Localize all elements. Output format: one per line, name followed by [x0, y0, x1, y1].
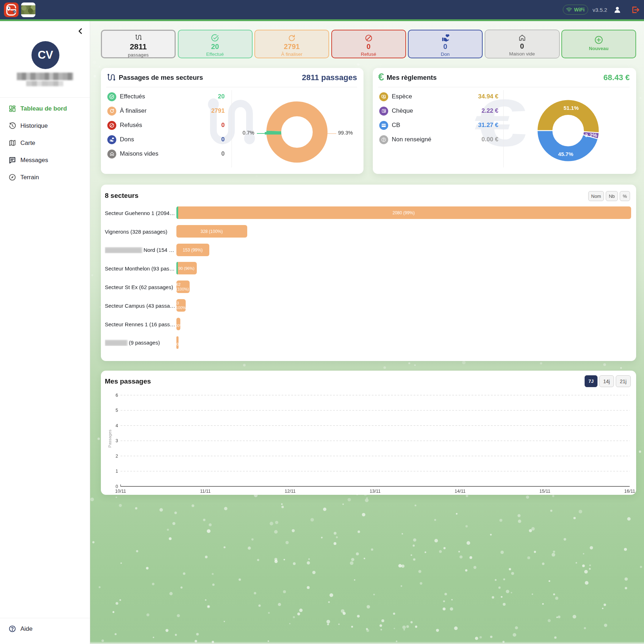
svg-text:13/11: 13/11: [370, 489, 380, 494]
svg-text:12/11: 12/11: [285, 489, 296, 494]
svg-text:5: 5: [116, 408, 118, 413]
svg-text:6: 6: [116, 393, 118, 398]
svg-text:3: 3: [116, 438, 118, 443]
svg-text:10/11: 10/11: [115, 489, 126, 494]
svg-text:16/11: 16/11: [624, 489, 635, 494]
svg-text:4: 4: [116, 423, 118, 428]
svg-text:15/11: 15/11: [540, 489, 550, 494]
svg-text:0: 0: [116, 484, 118, 489]
svg-text:Passages: Passages: [108, 430, 112, 448]
svg-text:1: 1: [116, 469, 118, 474]
svg-text:14/11: 14/11: [455, 489, 465, 494]
svg-text:11/11: 11/11: [200, 489, 210, 494]
svg-text:2: 2: [116, 454, 118, 459]
